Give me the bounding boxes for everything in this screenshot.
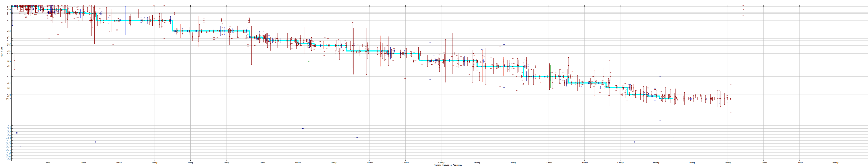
x-tick-label: 160Mbp [581,162,588,164]
x-tick-label: 140Mbp [509,162,516,164]
x-tick-label: 150Mbp [546,162,552,164]
x-axis-title: Genome Sequence Assembly [435,164,462,166]
x-tick-label: 110Mbp [402,162,409,164]
band-tick-label: p21 [7,19,10,21]
band-tick-label: q14 [7,44,10,47]
chart-page: Chromosome 6 FISH Markers vs Genome Sequ… [0,0,868,167]
x-tick-label: 230Mbp [832,162,838,164]
x-tick-label: 30Mbp [116,162,122,164]
x-tick-label: 180Mbp [653,162,659,164]
band-tick-label: q21 [7,60,10,62]
x-tick-label: 190Mbp [689,162,695,164]
x-tick-label: 90Mbp [331,162,337,164]
x-tick-label: 20Mbp [81,162,86,164]
x-tick-label: 70Mbp [259,162,265,164]
band-tick-label: q27 [7,95,10,97]
band-tick-label: q24 [7,82,10,84]
band-tick-label: q15 [7,50,10,52]
x-tick-label: 210Mbp [761,162,767,164]
band-tick-label: q22 [7,65,10,67]
band-tick-label: q25 [7,87,10,89]
x-tick-label: 120Mbp [438,162,444,164]
band-tick-label: q12 [7,39,10,41]
chart-render-root: 10Mbp20Mbp30Mbp40Mbp50Mbp60Mbp70Mbp80Mbp… [0,0,868,167]
y-axis-title: FISH Band [1,47,3,57]
band-tick-label: p24 [7,8,10,10]
x-tick-label: 10Mbp [44,162,50,164]
x-tick-label: 200Mbp [724,162,731,164]
band-tick-label: p12 [7,30,10,32]
x-tick-label: 50Mbp [188,162,193,164]
x-tick-label: 220Mbp [796,162,803,164]
x-tick-label: 130Mbp [474,162,480,164]
band-tick-label: p22 [7,12,10,15]
x-tick-label: 40Mbp [152,162,157,164]
x-tick-label: 80Mbp [295,162,301,164]
chr-tick-label: chrY [7,159,10,161]
x-tick-label: 170Mbp [617,162,624,164]
x-tick-label: 60Mbp [224,162,229,164]
band-tick-label: q16 [7,53,10,55]
band-tick-label: q23 [7,76,10,78]
x-tick-label: 100Mbp [366,162,373,164]
band-tick-label: qter [6,98,10,100]
fish-marker-chart: Chromosome 6 FISH Markers vs Genome Sequ… [0,0,868,167]
band-tick-label: p25 [7,5,10,8]
